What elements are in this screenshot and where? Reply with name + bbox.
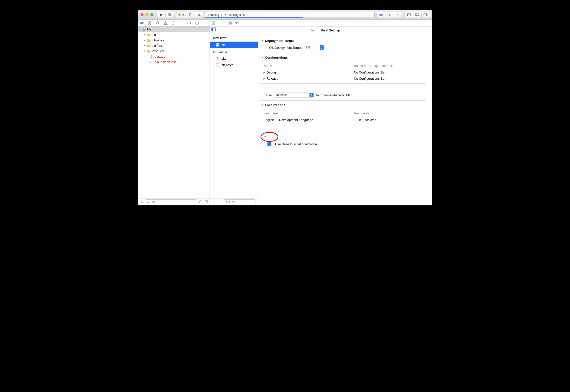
stop-button[interactable]	[166, 12, 174, 18]
forward-button[interactable]: 〉	[223, 21, 226, 25]
configurations-section: ▼Configurations NameBased on Configurati…	[261, 56, 426, 101]
close-window-button[interactable]	[141, 13, 143, 16]
standard-editor-icon	[379, 13, 383, 17]
deploy-target-label: iOS Deployment Target	[268, 46, 302, 49]
svg-point-16	[165, 24, 166, 24]
activity-secondary: Processing files	[224, 13, 245, 17]
issue-navigator-icon[interactable]	[163, 21, 168, 25]
add-button[interactable]: ＋	[140, 200, 143, 204]
project-header: PROJECT	[210, 34, 258, 42]
zoom-window-button[interactable]	[150, 13, 153, 16]
traffic-lights	[141, 13, 153, 16]
toggle-navigator-button[interactable]	[404, 12, 413, 18]
add-target-button[interactable]: ＋	[212, 200, 216, 204]
report-navigator-icon[interactable]	[195, 21, 199, 25]
folder-row[interactable]: ▶bla	[138, 32, 210, 37]
test-navigator-icon[interactable]	[171, 21, 176, 25]
version-editor-icon	[396, 13, 400, 16]
editor-area: 〈 〉 bla Info Build Settings PROJECT	[210, 20, 432, 205]
tab-build-settings[interactable]: Build Settings	[320, 27, 341, 34]
scheme-device-label: iP…us	[193, 13, 201, 17]
standard-editor-button[interactable]	[377, 12, 385, 18]
project-root-row[interactable]: ▼ bla	[138, 26, 210, 32]
svg-rect-10	[426, 14, 427, 16]
table-row[interactable]: ▶DebugNo Configurations Set	[261, 70, 426, 75]
app-icon	[216, 57, 219, 60]
progress-bar	[205, 17, 303, 18]
related-items-icon[interactable]	[212, 21, 215, 25]
navigator-filter-input[interactable]: Filter	[145, 199, 197, 204]
deploy-target-select[interactable]: 7.0 ▲▼	[304, 45, 324, 50]
filter-icon	[147, 200, 149, 203]
remove-configuration-button[interactable]: －	[271, 86, 275, 90]
add-localization-button[interactable]: ＋	[263, 134, 267, 139]
outline-target-item[interactable]: bla	[210, 55, 258, 62]
xctest-icon	[216, 63, 219, 67]
remove-target-button[interactable]: －	[218, 200, 222, 204]
bottom-panel-icon	[415, 13, 419, 16]
svg-rect-14	[150, 23, 151, 24]
version-editor-button[interactable]	[394, 12, 402, 18]
back-button[interactable]: 〈	[218, 21, 221, 25]
svg-rect-25	[212, 23, 213, 24]
toggle-utilities-button[interactable]	[421, 12, 430, 18]
project-tree: ▼ bla ▶bla ▶Libraries ▶blaTests ▼Product…	[138, 26, 210, 198]
table-row[interactable]: ▶ReleaseNo Configurations Set	[261, 76, 426, 81]
scm-filter-button[interactable]	[204, 200, 208, 204]
run-button[interactable]	[157, 12, 166, 18]
panel-visibility-segment	[404, 12, 430, 18]
tab-info[interactable]: Info	[308, 27, 314, 34]
product-row[interactable]: blaTests.xctest	[138, 59, 210, 65]
minimize-window-button[interactable]	[145, 13, 148, 16]
xcodeproj-icon	[229, 21, 232, 25]
add-configuration-button[interactable]: ＋	[263, 86, 267, 90]
assistant-editor-button[interactable]	[385, 12, 394, 18]
navigator: ▼ bla ▶bla ▶Libraries ▶blaTests ▼Product…	[138, 20, 210, 205]
jump-bar-crumb[interactable]: bla	[235, 21, 238, 25]
folder-row[interactable]: ▶blaTests	[138, 43, 210, 48]
product-row[interactable]: bla.app	[138, 54, 210, 59]
svg-rect-31	[216, 64, 219, 66]
project-targets-outline: PROJECT bla TARGETS bla blaTests	[210, 34, 258, 205]
activity-viewer: Indexing | Processing files	[205, 12, 375, 18]
xcodeproj-icon	[216, 43, 219, 47]
outline-filter-input[interactable]: Filter	[224, 199, 256, 204]
folder-row[interactable]: ▼Products	[138, 48, 210, 54]
folder-row[interactable]: ▶Libraries	[138, 37, 210, 43]
debug-navigator-icon[interactable]	[179, 21, 184, 25]
project-navigator-icon[interactable]	[140, 21, 144, 25]
scheme-selector[interactable]: A 〉 iP…us	[176, 12, 203, 18]
base-internationalization-label: Use Base Internationalization	[275, 142, 317, 146]
svg-rect-8	[415, 15, 419, 16]
svg-rect-13	[148, 23, 149, 24]
app-icon	[150, 55, 154, 58]
symbol-navigator-icon[interactable]	[147, 21, 152, 25]
svg-rect-23	[212, 22, 213, 23]
xcode-window: A 〉 iP…us Indexing | Processing files	[138, 10, 432, 205]
toggle-debug-area-button[interactable]	[413, 12, 421, 18]
recent-filter-button[interactable]	[199, 200, 203, 204]
breakpoint-navigator-icon[interactable]	[187, 21, 191, 25]
jump-bar: 〈 〉 bla	[210, 20, 432, 26]
find-navigator-icon[interactable]	[155, 21, 160, 25]
filter-icon	[225, 200, 228, 203]
localizations-section: ▼Localizations LanguageResources English…	[261, 103, 426, 149]
svg-rect-11	[148, 22, 149, 23]
outline-target-item[interactable]: blaTests	[210, 62, 258, 68]
toolbar: A 〉 iP…us Indexing | Processing files	[138, 10, 432, 20]
svg-rect-6	[407, 14, 408, 16]
table-row[interactable]: English — Development Language1 File Loc…	[261, 117, 426, 123]
cmdline-config-select[interactable]: Release ▲▼	[274, 93, 314, 98]
run-stop-segment	[157, 12, 174, 18]
localizations-table: LanguageResources English — Development …	[261, 109, 426, 123]
editor-outline-toggle[interactable]	[211, 27, 217, 33]
detail-tabs: Info Build Settings	[210, 26, 432, 34]
activity-primary: Indexing	[208, 13, 219, 17]
deployment-target-section: ▼Deployment Target iOS Deployment Target…	[261, 39, 426, 53]
base-internationalization-checkbox[interactable]: ✓	[267, 142, 271, 146]
device-icon	[189, 13, 192, 17]
scheme-app-label: A	[182, 13, 184, 17]
outline-project-item[interactable]: bla	[210, 42, 258, 48]
project-root-label: bla	[147, 27, 151, 31]
svg-rect-24	[214, 22, 215, 23]
